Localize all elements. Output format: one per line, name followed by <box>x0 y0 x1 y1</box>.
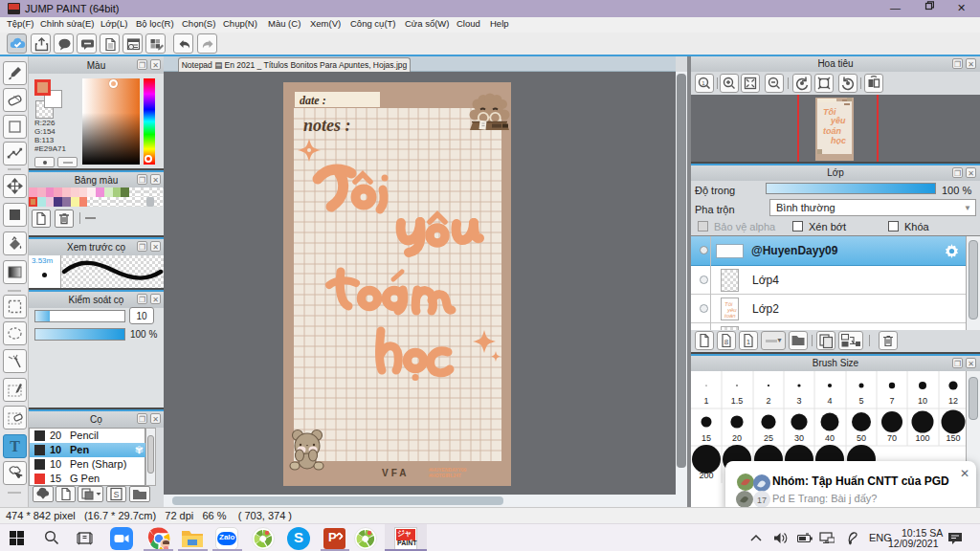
svg-text:70: 70 <box>887 433 897 443</box>
svg-text:toán: toán <box>823 126 842 136</box>
svg-text:17: 17 <box>757 496 767 505</box>
svg-text:200: 200 <box>699 471 713 480</box>
svg-text:100: 100 <box>915 433 929 443</box>
svg-text:12: 12 <box>948 396 958 406</box>
svg-text:T: T <box>10 438 20 454</box>
svg-text:40: 40 <box>825 433 835 443</box>
svg-text:25: 25 <box>764 433 773 443</box>
svg-text:7: 7 <box>889 396 894 406</box>
svg-text:4: 4 <box>827 396 832 406</box>
svg-text:S: S <box>113 490 119 499</box>
svg-text:30: 30 <box>794 433 804 443</box>
svg-text:5: 5 <box>858 396 863 406</box>
svg-text:yêu: yêu <box>830 116 846 125</box>
svg-text:học: học <box>831 136 846 145</box>
svg-text:2: 2 <box>766 396 770 406</box>
svg-text:150: 150 <box>946 433 960 443</box>
svg-text:#HOTGIRL24T: #HOTGIRL24T <box>429 473 461 478</box>
svg-text:1: 1 <box>702 80 705 86</box>
svg-text:1: 1 <box>746 338 751 346</box>
svg-text:notes :: notes : <box>303 116 351 135</box>
svg-text:3: 3 <box>796 396 801 406</box>
svg-text:15: 15 <box>702 433 711 443</box>
svg-text:8: 8 <box>724 338 729 346</box>
svg-text:1.5: 1.5 <box>731 396 744 406</box>
svg-text:date :: date : <box>300 94 326 107</box>
svg-text:1: 1 <box>703 396 708 406</box>
svg-text:50: 50 <box>857 433 866 443</box>
svg-text:10: 10 <box>918 396 927 406</box>
svg-text:toán: toán <box>724 313 736 319</box>
svg-text:VFA: VFA <box>382 468 409 478</box>
svg-text:20: 20 <box>732 433 742 443</box>
